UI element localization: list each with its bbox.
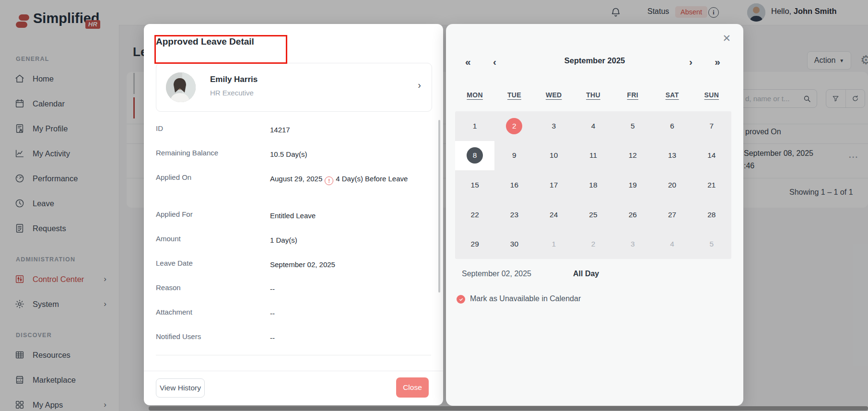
field-value: -- <box>270 308 414 319</box>
field-row-applied-on: Applied OnAugust 29, 2025!4 Day(s) Befor… <box>156 167 431 204</box>
calendar-day-8[interactable]: 8 <box>455 141 494 171</box>
calendar-day-21[interactable]: 21 <box>692 170 731 200</box>
field-value: Entitled Leave <box>270 210 414 221</box>
selected-date-label: September 02, 2025 <box>462 270 531 278</box>
calendar-day-17[interactable]: 17 <box>534 170 574 200</box>
field-value: 14217 <box>270 124 414 135</box>
weekday-mon: MON <box>455 91 494 99</box>
field-label: Remaining Balance <box>156 149 270 157</box>
leave-detail-fields: ID14217Remaining Balance10.5 Day(s)Appli… <box>156 118 431 351</box>
calendar-nav: « ‹ September 2025 › » <box>446 55 743 69</box>
mark-unavailable-label: Mark as Unavailable in Calendar <box>470 294 581 303</box>
calendar-day-10[interactable]: 10 <box>534 141 574 171</box>
close-button[interactable]: Close <box>396 377 429 398</box>
calendar-day-13[interactable]: 13 <box>652 141 692 171</box>
calendar-day-23[interactable]: 23 <box>494 200 534 230</box>
field-row-id: ID14217 <box>156 118 431 142</box>
today-circle: 8 <box>467 147 483 164</box>
calendar-day-4[interactable]: 4 <box>574 111 613 141</box>
field-row-leave-date: Leave DateSeptember 02, 2025 <box>156 253 431 277</box>
calendar-day-5-next[interactable]: 5 <box>692 229 731 259</box>
section-divider <box>156 355 431 355</box>
calendar-day-3[interactable]: 3 <box>534 111 574 141</box>
field-value: -- <box>270 283 414 294</box>
calendar-day-30[interactable]: 30 <box>494 229 534 259</box>
all-day-label: All Day <box>573 270 599 278</box>
calendar-day-19[interactable]: 19 <box>613 170 652 200</box>
field-row-notified-users: Notified Users-- <box>156 326 431 351</box>
weekday-thu: THU <box>574 91 613 99</box>
field-label: Notified Users <box>156 332 270 341</box>
calendar-day-6[interactable]: 6 <box>652 111 692 141</box>
field-value: 1 Day(s) <box>270 235 414 246</box>
calendar-day-24[interactable]: 24 <box>534 200 574 230</box>
field-value-extra: 4 Day(s) Before Leave <box>336 175 408 183</box>
calendar-day-7[interactable]: 7 <box>692 111 731 141</box>
calendar-grid: 1234567891011121314151617181920212223242… <box>455 111 731 259</box>
calendar-day-1-next[interactable]: 1 <box>534 229 574 259</box>
app-window: Simplified HR GENERALHomeCalendarMy Prof… <box>0 0 868 411</box>
field-label: Amount <box>156 235 270 243</box>
field-label: Attachment <box>156 308 270 316</box>
field-row-applied-for: Applied ForEntitled Leave <box>156 204 431 228</box>
calendar-day-28[interactable]: 28 <box>692 200 731 230</box>
calendar-day-1[interactable]: 1 <box>455 111 494 141</box>
calendar-panel: ✕ « ‹ September 2025 › » MONTUEWEDTHUFRI… <box>446 24 743 406</box>
field-label: Applied On <box>156 173 270 181</box>
field-row-reason: Reason-- <box>156 277 431 302</box>
modal-scrollbar[interactable] <box>438 120 440 293</box>
mark-unavailable-row[interactable]: Mark as Unavailable in Calendar <box>446 294 743 306</box>
weekday-sat: SAT <box>652 91 692 99</box>
calendar-day-2[interactable]: 2 <box>494 111 534 141</box>
modal-footer: View History Close <box>144 371 443 406</box>
calendar-day-26[interactable]: 26 <box>613 200 652 230</box>
check-circle-icon <box>457 295 465 304</box>
field-label: Reason <box>156 283 270 292</box>
calendar-day-12[interactable]: 12 <box>613 141 652 171</box>
employee-card[interactable]: Emily Harris HR Executive › <box>156 63 432 112</box>
close-icon[interactable]: ✕ <box>722 33 731 44</box>
calendar-day-11[interactable]: 11 <box>574 141 613 171</box>
calendar-day-14[interactable]: 14 <box>692 141 731 171</box>
annotation-box <box>154 35 287 64</box>
calendar-day-27[interactable]: 27 <box>652 200 692 230</box>
calendar-weekdays: MONTUEWEDTHUFRISATSUN <box>455 91 731 99</box>
calendar-day-25[interactable]: 25 <box>574 200 613 230</box>
employee-role: HR Executive <box>210 89 254 97</box>
field-label: Leave Date <box>156 259 270 267</box>
weekday-wed: WED <box>534 91 574 99</box>
weekday-fri: FRI <box>613 91 652 99</box>
calendar-day-2-next[interactable]: 2 <box>574 229 613 259</box>
calendar-day-4-next[interactable]: 4 <box>652 229 692 259</box>
next-year-icon[interactable]: » <box>715 55 720 69</box>
calendar-day-15[interactable]: 15 <box>455 170 494 200</box>
chevron-right-icon: › <box>418 80 421 91</box>
calendar-day-3-next[interactable]: 3 <box>613 229 652 259</box>
calendar-month-label: September 2025 <box>446 56 743 65</box>
view-history-button[interactable]: View History <box>156 378 205 398</box>
calendar-day-9[interactable]: 9 <box>494 141 534 171</box>
field-row-remaining-balance: Remaining Balance10.5 Day(s) <box>156 142 431 167</box>
weekday-tue: TUE <box>494 91 534 99</box>
calendar-day-5[interactable]: 5 <box>613 111 652 141</box>
horizontal-scrollbar[interactable] <box>149 406 868 411</box>
leave-detail-modal: Approved Leave Detail Emily Harris HR Ex… <box>144 24 443 405</box>
field-label: ID <box>156 124 270 132</box>
field-label: Applied For <box>156 210 270 218</box>
calendar-day-16[interactable]: 16 <box>494 170 534 200</box>
field-value-text: August 29, 2025 <box>270 175 322 183</box>
calendar-day-22[interactable]: 22 <box>455 200 494 230</box>
employee-avatar <box>166 72 196 102</box>
calendar-day-29[interactable]: 29 <box>455 229 494 259</box>
field-row-amount: Amount1 Day(s) <box>156 228 431 253</box>
field-value: 10.5 Day(s) <box>270 149 414 160</box>
field-value: -- <box>270 332 414 343</box>
warning-icon: ! <box>325 176 333 185</box>
employee-name: Emily Harris <box>210 75 258 84</box>
field-value: August 29, 2025!4 Day(s) Before Leave <box>270 173 414 185</box>
calendar-day-18[interactable]: 18 <box>574 170 613 200</box>
field-value: September 02, 2025 <box>270 259 414 270</box>
calendar-day-20[interactable]: 20 <box>652 170 692 200</box>
next-month-icon[interactable]: › <box>689 55 692 69</box>
field-row-attachment: Attachment-- <box>156 302 431 326</box>
